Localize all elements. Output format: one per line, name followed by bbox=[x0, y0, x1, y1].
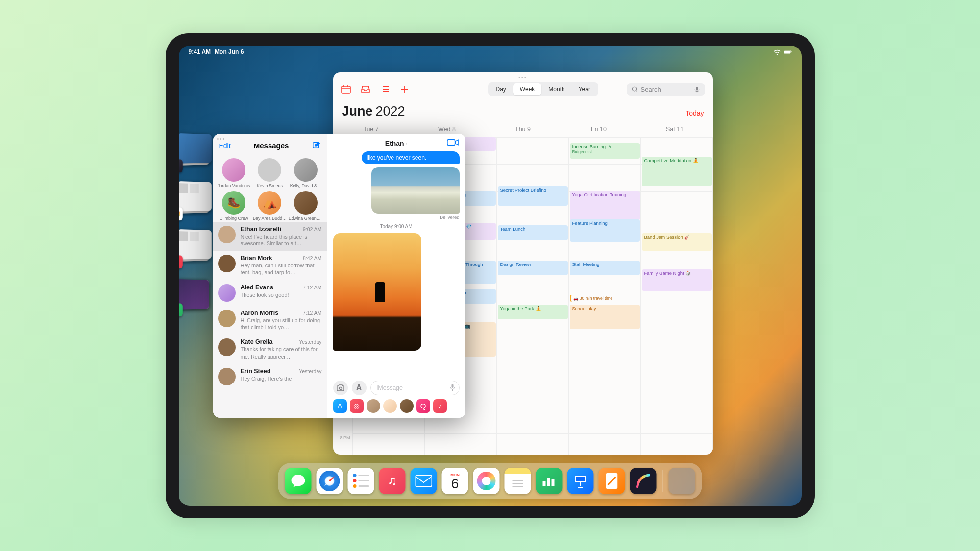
day-header[interactable]: Fri 10 bbox=[561, 123, 637, 137]
chevron-right-icon: › bbox=[406, 141, 408, 146]
dock-photos[interactable] bbox=[473, 468, 500, 494]
svg-rect-2 bbox=[791, 51, 791, 52]
dock-messages[interactable] bbox=[285, 468, 312, 494]
calendar-event[interactable]: Band Jam Session 🎸 bbox=[642, 233, 712, 251]
conversation-item[interactable]: Ethan Izzarelli9:02 AMNice! I've heard t… bbox=[213, 222, 327, 251]
app-strip-fitness[interactable]: ◎ bbox=[350, 399, 364, 413]
stage-manager-strip: ✦ ♪ ▥ bbox=[179, 134, 213, 312]
dock-pages[interactable] bbox=[599, 468, 625, 494]
seg-month[interactable]: Month bbox=[541, 83, 571, 95]
pinned-conversation[interactable]: Jordan Vandnais bbox=[217, 158, 251, 188]
calendar-event[interactable]: Competitive Meditation 🧘 bbox=[642, 157, 712, 186]
camera-button[interactable] bbox=[333, 381, 348, 395]
conversation-item[interactable]: Erin SteedYesterdayHey Craig, Here's the bbox=[213, 364, 327, 389]
app-strip-search[interactable]: Q bbox=[416, 399, 430, 413]
day-header[interactable]: Thu 9 bbox=[485, 123, 561, 137]
calendar-add-icon[interactable] bbox=[400, 85, 410, 94]
compose-button[interactable] bbox=[312, 141, 321, 151]
conversation-item[interactable]: Brian Mork8:42 AMHey man, can I still bo… bbox=[213, 251, 327, 280]
imessage-app-strip[interactable]: A ◎ Q ♪ bbox=[327, 399, 466, 418]
app-strip-store[interactable]: A bbox=[333, 399, 347, 413]
calendar-list-icon[interactable] bbox=[380, 85, 390, 94]
calendar-event[interactable]: Yoga in the Park 🧘 bbox=[498, 305, 568, 319]
status-date: Mon Jun 6 bbox=[215, 48, 244, 55]
calendar-title-row: June 2022 Today bbox=[333, 99, 713, 123]
calendar-event[interactable]: Team Lunch bbox=[498, 225, 568, 240]
thread-contact-name[interactable]: Ethan bbox=[385, 140, 404, 147]
calendar-event[interactable]: Design Review bbox=[498, 261, 568, 275]
stage-pile-freeform[interactable]: ✦ bbox=[179, 133, 211, 168]
calendar-event[interactable]: Secret Project Briefing bbox=[498, 186, 568, 206]
sent-image-attachment[interactable] bbox=[371, 167, 460, 214]
dock-numbers[interactable] bbox=[536, 468, 563, 494]
day-column[interactable] bbox=[497, 137, 569, 455]
dock-mail[interactable] bbox=[411, 468, 437, 494]
calendar-view-segmented[interactable]: Day Week Month Year bbox=[488, 82, 598, 96]
seg-year[interactable]: Year bbox=[572, 83, 597, 95]
received-image-attachment[interactable] bbox=[333, 233, 421, 351]
app-strip-music[interactable]: ♪ bbox=[433, 399, 447, 413]
status-bar: 9:41 AM Mon Jun 6 bbox=[179, 46, 802, 58]
calendar-event[interactable]: 🚗 30 min travel time bbox=[570, 295, 640, 302]
calendar-search-input[interactable]: Search bbox=[627, 83, 705, 96]
search-icon bbox=[632, 86, 638, 93]
calendar-month: June bbox=[342, 104, 373, 119]
conversation-item[interactable]: Aaron Morris7:12 AMHi Craig, are you sti… bbox=[213, 306, 327, 335]
window-handle-icon[interactable]: ••• bbox=[217, 136, 226, 142]
svg-rect-5 bbox=[696, 87, 698, 91]
window-handle-icon[interactable]: ••• bbox=[518, 74, 527, 80]
pinned-conversation[interactable]: Edwina Greena… bbox=[289, 191, 323, 221]
pinned-row: 🥾Climbing Crew⛺Bay Area Budd…Edwina Gree… bbox=[213, 189, 327, 222]
svg-rect-1 bbox=[784, 50, 790, 53]
seg-week[interactable]: Week bbox=[513, 83, 541, 95]
dock-notes[interactable] bbox=[505, 468, 531, 494]
calendar-inbox-icon[interactable] bbox=[361, 85, 370, 94]
ipad-device-frame: 9:41 AM Mon Jun 6 ✦ ♪ bbox=[166, 33, 815, 518]
message-input[interactable]: iMessage bbox=[370, 381, 460, 395]
stage-pile-photos[interactable] bbox=[179, 181, 211, 216]
svg-point-8 bbox=[339, 387, 342, 389]
pinned-conversation[interactable]: 🥾Climbing Crew bbox=[217, 191, 251, 221]
pinned-conversation[interactable]: Kelly, David &… bbox=[289, 158, 323, 188]
seg-day[interactable]: Day bbox=[489, 83, 513, 95]
dock-music[interactable]: ♫ bbox=[379, 468, 406, 494]
dock: ♫ MON6 bbox=[278, 463, 702, 499]
message-thread[interactable]: like you've never seen. Delivered Today … bbox=[327, 151, 466, 377]
dock-calendar[interactable]: MON6 bbox=[442, 468, 468, 494]
pinned-conversation[interactable]: ⛺Bay Area Budd… bbox=[252, 191, 287, 221]
app-strip-memoji-2[interactable] bbox=[383, 399, 397, 413]
app-store-button[interactable]: A bbox=[352, 381, 367, 395]
calendar-event[interactable]: School play bbox=[570, 305, 640, 329]
calendar-event[interactable]: Feature Planning bbox=[570, 219, 640, 242]
messages-window[interactable]: ••• Edit Messages Jordan VandnaisKevin S… bbox=[213, 134, 466, 418]
day-header[interactable]: Sat 11 bbox=[637, 123, 713, 137]
dictation-icon[interactable] bbox=[450, 384, 455, 391]
facetime-button[interactable] bbox=[447, 139, 459, 148]
pinned-conversation[interactable]: Kevin Smeds bbox=[252, 158, 287, 188]
dock-reminders[interactable] bbox=[348, 468, 374, 494]
stage-pile-numbers[interactable]: ▥ bbox=[179, 277, 211, 312]
messages-thread-pane: Ethan › like you've never seen. Delivere… bbox=[327, 134, 466, 418]
edit-button[interactable]: Edit bbox=[219, 142, 231, 150]
calendar-today-button[interactable]: Today bbox=[686, 109, 704, 117]
microphone-icon[interactable] bbox=[694, 86, 700, 93]
dock-procreate[interactable] bbox=[630, 468, 657, 494]
calendar-event[interactable]: Yoga Certification Training bbox=[570, 191, 640, 220]
ipad-screen: 9:41 AM Mon Jun 6 ✦ ♪ bbox=[179, 46, 802, 506]
calendar-event[interactable]: Family Game Night 🎲 bbox=[642, 269, 712, 291]
status-time: 9:41 AM bbox=[189, 48, 211, 55]
dock-recent-apps[interactable] bbox=[669, 468, 695, 494]
conversation-item[interactable]: Kate GrellaYesterdayThanks for taking ca… bbox=[213, 335, 327, 364]
app-strip-memoji-1[interactable] bbox=[367, 399, 380, 413]
svg-point-4 bbox=[632, 87, 636, 91]
message-input-row: A iMessage bbox=[327, 377, 466, 399]
dock-keynote[interactable] bbox=[567, 468, 594, 494]
app-strip-memoji-3[interactable] bbox=[400, 399, 414, 413]
calendar-event[interactable]: Incense Burning 🕯Ridgecrest bbox=[570, 143, 640, 159]
stage-pile-music[interactable]: ♪ bbox=[179, 229, 211, 264]
svg-rect-11 bbox=[543, 481, 546, 486]
calendar-event[interactable]: Staff Meeting bbox=[570, 261, 640, 275]
conversation-item[interactable]: Aled Evans7:12 AMThese look so good! bbox=[213, 280, 327, 306]
calendar-today-icon[interactable] bbox=[341, 85, 351, 94]
dock-safari[interactable] bbox=[317, 468, 343, 494]
